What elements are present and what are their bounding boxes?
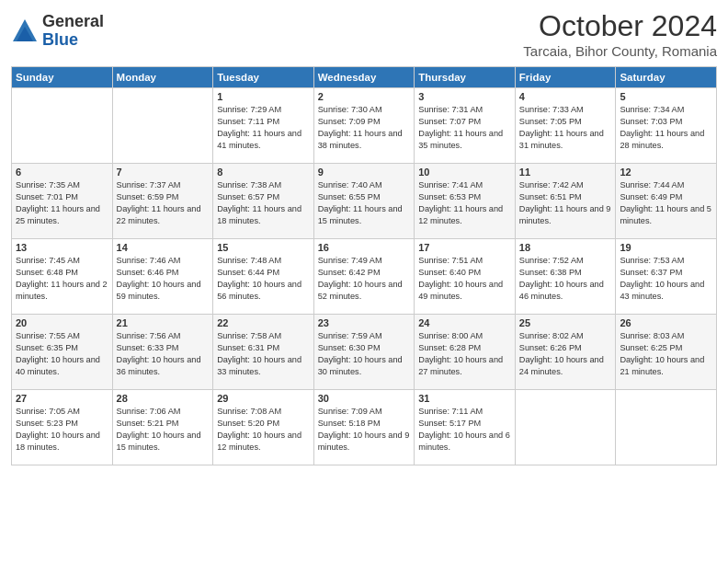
day-number: 17: [418, 242, 511, 253]
day-cell: 30Sunrise: 7:09 AMSunset: 5:18 PMDayligh…: [313, 390, 415, 465]
col-friday: Friday: [515, 67, 616, 88]
day-number: 4: [519, 91, 612, 102]
day-cell: 29Sunrise: 7:08 AMSunset: 5:20 PMDayligh…: [213, 390, 314, 465]
day-number: 21: [117, 317, 210, 328]
day-info: Sunrise: 7:08 AMSunset: 5:20 PMDaylight:…: [217, 406, 310, 454]
day-cell: 11Sunrise: 7:42 AMSunset: 6:51 PMDayligh…: [515, 164, 616, 239]
day-number: 8: [217, 167, 310, 178]
day-cell: 21Sunrise: 7:56 AMSunset: 6:33 PMDayligh…: [112, 315, 213, 390]
day-cell: 1Sunrise: 7:29 AMSunset: 7:11 PMDaylight…: [213, 88, 314, 164]
day-cell: 2Sunrise: 7:30 AMSunset: 7:09 PMDaylight…: [313, 88, 415, 164]
day-number: 12: [620, 167, 712, 178]
day-info: Sunrise: 7:38 AMSunset: 6:57 PMDaylight:…: [217, 179, 310, 227]
title-block: October 2024 Tarcaia, Bihor County, Roma…: [523, 9, 717, 59]
week-row-4: 20Sunrise: 7:55 AMSunset: 6:35 PMDayligh…: [12, 315, 717, 390]
day-info: Sunrise: 7:40 AMSunset: 6:55 PMDaylight:…: [318, 179, 411, 227]
day-cell: 10Sunrise: 7:41 AMSunset: 6:53 PMDayligh…: [415, 164, 516, 239]
col-sunday: Sunday: [12, 67, 113, 88]
day-info: Sunrise: 7:51 AMSunset: 6:40 PMDaylight:…: [418, 255, 511, 303]
day-cell: [515, 390, 616, 465]
day-number: 7: [117, 167, 210, 178]
day-info: Sunrise: 7:37 AMSunset: 6:59 PMDaylight:…: [117, 179, 210, 227]
header-row: Sunday Monday Tuesday Wednesday Thursday…: [12, 67, 717, 88]
week-row-2: 6Sunrise: 7:35 AMSunset: 7:01 PMDaylight…: [12, 164, 717, 239]
day-cell: [616, 390, 717, 465]
day-info: Sunrise: 7:30 AMSunset: 7:09 PMDaylight:…: [318, 104, 411, 152]
day-number: 6: [16, 167, 108, 178]
day-cell: 23Sunrise: 7:59 AMSunset: 6:30 PMDayligh…: [313, 315, 415, 390]
day-info: Sunrise: 7:06 AMSunset: 5:21 PMDaylight:…: [117, 406, 210, 454]
day-cell: 18Sunrise: 7:52 AMSunset: 6:38 PMDayligh…: [515, 239, 616, 315]
logo-general: General: [42, 13, 104, 31]
week-row-3: 13Sunrise: 7:45 AMSunset: 6:48 PMDayligh…: [12, 239, 717, 315]
day-number: 28: [117, 393, 210, 404]
day-info: Sunrise: 7:09 AMSunset: 5:18 PMDaylight:…: [318, 406, 411, 454]
day-number: 16: [318, 242, 411, 253]
col-wednesday: Wednesday: [313, 67, 415, 88]
week-row-1: 1Sunrise: 7:29 AMSunset: 7:11 PMDaylight…: [12, 88, 717, 164]
day-info: Sunrise: 7:34 AMSunset: 7:03 PMDaylight:…: [620, 104, 712, 152]
day-info: Sunrise: 8:03 AMSunset: 6:25 PMDaylight:…: [620, 330, 712, 378]
day-info: Sunrise: 7:11 AMSunset: 5:17 PMDaylight:…: [418, 406, 511, 454]
day-cell: 14Sunrise: 7:46 AMSunset: 6:46 PMDayligh…: [112, 239, 213, 315]
day-info: Sunrise: 7:46 AMSunset: 6:46 PMDaylight:…: [117, 255, 210, 303]
day-info: Sunrise: 7:35 AMSunset: 7:01 PMDaylight:…: [16, 179, 108, 227]
logo: General Blue: [11, 13, 104, 50]
day-info: Sunrise: 7:53 AMSunset: 6:37 PMDaylight:…: [620, 255, 712, 303]
day-number: 19: [620, 242, 712, 253]
day-info: Sunrise: 7:45 AMSunset: 6:48 PMDaylight:…: [16, 255, 108, 303]
day-number: 23: [318, 317, 411, 328]
day-cell: 28Sunrise: 7:06 AMSunset: 5:21 PMDayligh…: [112, 390, 213, 465]
day-number: 29: [217, 393, 310, 404]
calendar-header: Sunday Monday Tuesday Wednesday Thursday…: [12, 67, 717, 88]
day-number: 31: [418, 393, 511, 404]
day-info: Sunrise: 7:52 AMSunset: 6:38 PMDaylight:…: [519, 255, 612, 303]
col-tuesday: Tuesday: [213, 67, 314, 88]
day-info: Sunrise: 8:02 AMSunset: 6:26 PMDaylight:…: [519, 330, 612, 378]
day-info: Sunrise: 7:49 AMSunset: 6:42 PMDaylight:…: [318, 255, 411, 303]
day-number: 30: [318, 393, 411, 404]
col-monday: Monday: [112, 67, 213, 88]
day-info: Sunrise: 7:42 AMSunset: 6:51 PMDaylight:…: [519, 179, 612, 227]
day-cell: 22Sunrise: 7:58 AMSunset: 6:31 PMDayligh…: [213, 315, 314, 390]
day-cell: 15Sunrise: 7:48 AMSunset: 6:44 PMDayligh…: [213, 239, 314, 315]
day-number: 5: [620, 91, 712, 102]
day-info: Sunrise: 8:00 AMSunset: 6:28 PMDaylight:…: [418, 330, 511, 378]
day-cell: 25Sunrise: 8:02 AMSunset: 6:26 PMDayligh…: [515, 315, 616, 390]
day-info: Sunrise: 7:48 AMSunset: 6:44 PMDaylight:…: [217, 255, 310, 303]
day-cell: 16Sunrise: 7:49 AMSunset: 6:42 PMDayligh…: [313, 239, 415, 315]
logo-text: General Blue: [42, 13, 104, 50]
day-info: Sunrise: 7:31 AMSunset: 7:07 PMDaylight:…: [418, 104, 511, 152]
day-number: 9: [318, 167, 411, 178]
day-info: Sunrise: 7:56 AMSunset: 6:33 PMDaylight:…: [117, 330, 210, 378]
day-number: 3: [418, 91, 511, 102]
day-number: 11: [519, 167, 612, 178]
day-cell: 12Sunrise: 7:44 AMSunset: 6:49 PMDayligh…: [616, 164, 717, 239]
day-cell: 5Sunrise: 7:34 AMSunset: 7:03 PMDaylight…: [616, 88, 717, 164]
day-info: Sunrise: 7:33 AMSunset: 7:05 PMDaylight:…: [519, 104, 612, 152]
day-cell: 3Sunrise: 7:31 AMSunset: 7:07 PMDaylight…: [415, 88, 516, 164]
month-title: October 2024: [523, 9, 717, 43]
day-info: Sunrise: 7:59 AMSunset: 6:30 PMDaylight:…: [318, 330, 411, 378]
day-cell: 31Sunrise: 7:11 AMSunset: 5:17 PMDayligh…: [415, 390, 516, 465]
logo-icon: [11, 17, 39, 45]
week-row-5: 27Sunrise: 7:05 AMSunset: 5:23 PMDayligh…: [12, 390, 717, 465]
day-info: Sunrise: 7:44 AMSunset: 6:49 PMDaylight:…: [620, 179, 712, 227]
day-number: 1: [217, 91, 310, 102]
day-cell: 20Sunrise: 7:55 AMSunset: 6:35 PMDayligh…: [12, 315, 113, 390]
day-cell: 4Sunrise: 7:33 AMSunset: 7:05 PMDaylight…: [515, 88, 616, 164]
calendar-body: 1Sunrise: 7:29 AMSunset: 7:11 PMDaylight…: [12, 88, 717, 465]
day-number: 18: [519, 242, 612, 253]
day-info: Sunrise: 7:41 AMSunset: 6:53 PMDaylight:…: [418, 179, 511, 227]
day-cell: 27Sunrise: 7:05 AMSunset: 5:23 PMDayligh…: [12, 390, 113, 465]
day-number: 13: [16, 242, 108, 253]
calendar-table: Sunday Monday Tuesday Wednesday Thursday…: [11, 66, 717, 465]
day-cell: 13Sunrise: 7:45 AMSunset: 6:48 PMDayligh…: [12, 239, 113, 315]
day-number: 22: [217, 317, 310, 328]
day-number: 2: [318, 91, 411, 102]
day-cell: [112, 88, 213, 164]
day-info: Sunrise: 7:55 AMSunset: 6:35 PMDaylight:…: [16, 330, 108, 378]
day-cell: 6Sunrise: 7:35 AMSunset: 7:01 PMDaylight…: [12, 164, 113, 239]
day-info: Sunrise: 7:05 AMSunset: 5:23 PMDaylight:…: [16, 406, 108, 454]
day-cell: 17Sunrise: 7:51 AMSunset: 6:40 PMDayligh…: [415, 239, 516, 315]
